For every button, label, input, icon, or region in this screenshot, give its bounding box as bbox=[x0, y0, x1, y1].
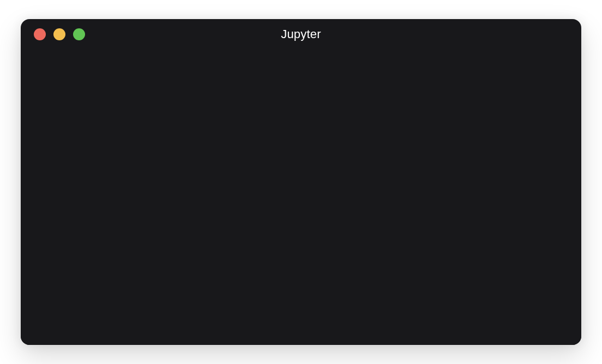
window-title: Jupyter bbox=[281, 27, 321, 41]
application-window: Jupyter bbox=[21, 19, 581, 345]
titlebar: Jupyter bbox=[21, 19, 581, 50]
close-button[interactable] bbox=[34, 28, 46, 40]
maximize-button[interactable] bbox=[73, 28, 85, 40]
minimize-button[interactable] bbox=[53, 28, 65, 40]
traffic-lights bbox=[34, 28, 85, 40]
content-area bbox=[21, 50, 581, 345]
